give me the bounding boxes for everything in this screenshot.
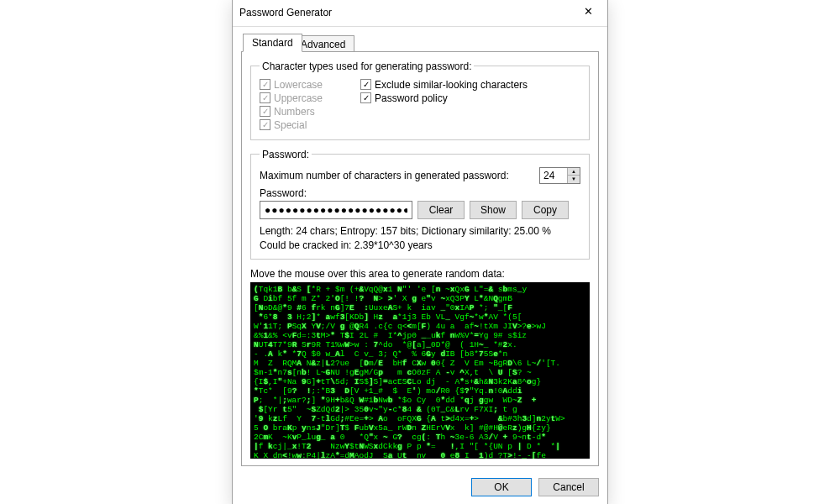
- check-icon: ✓: [360, 92, 371, 103]
- checkbox-uppercase-label: Uppercase: [274, 92, 323, 104]
- dialog-footer: OK Cancel: [233, 471, 607, 504]
- spinner-down-icon[interactable]: ▼: [568, 176, 580, 183]
- checkbox-lowercase-label: Lowercase: [274, 79, 323, 91]
- password-group: Password: Maximum number of characters i…: [250, 149, 590, 260]
- checkbox-numbers[interactable]: ✓ Numbers: [260, 106, 360, 118]
- check-icon: ✓: [260, 106, 270, 117]
- character-types-legend: Character types used for generating pass…: [260, 60, 474, 72]
- checkbox-password-policy-label: Password policy: [375, 92, 448, 104]
- check-icon: ✓: [260, 92, 270, 103]
- stats-line-2: Could be cracked in: 2.39*10^30 years: [260, 239, 580, 253]
- check-icon: ✓: [260, 79, 270, 90]
- character-types-group: Character types used for generating pass…: [250, 60, 590, 140]
- copy-button[interactable]: Copy: [522, 201, 569, 219]
- max-chars-spinner[interactable]: ▲ ▼: [539, 167, 580, 184]
- random-data-area[interactable]: (Tqk1B b&S [*R + $m (+&VqQ@x1 N"' 'e [n …: [250, 282, 590, 459]
- password-stats: Length: 24 chars; Entropy: 157 bits; Dic…: [260, 224, 580, 253]
- stats-line-1: Length: 24 chars; Entropy: 157 bits; Dic…: [260, 224, 580, 239]
- dialog-body: Standard Advanced Character types used f…: [233, 27, 607, 472]
- password-label: Password:: [260, 187, 580, 199]
- tab-standard[interactable]: Standard: [243, 34, 302, 52]
- spinner-up-icon[interactable]: ▲: [568, 168, 580, 176]
- check-icon: ✓: [260, 119, 270, 130]
- checkbox-special[interactable]: ✓ Special: [260, 119, 360, 131]
- checkbox-lowercase[interactable]: ✓ Lowercase: [260, 79, 360, 91]
- random-area-label: Move the mouse over this area to generat…: [250, 268, 590, 280]
- check-icon: ✓: [360, 79, 371, 90]
- titlebar: Password Generator ✕: [233, 0, 607, 27]
- max-chars-input[interactable]: [540, 168, 567, 183]
- show-button[interactable]: Show: [470, 201, 517, 219]
- checkbox-password-policy[interactable]: ✓ Password policy: [360, 92, 580, 104]
- checkbox-special-label: Special: [274, 119, 307, 131]
- checkbox-uppercase[interactable]: ✓ Uppercase: [260, 92, 360, 104]
- clear-button[interactable]: Clear: [417, 201, 465, 219]
- tab-panel-standard: Character types used for generating pass…: [241, 51, 599, 467]
- tabs: Standard Advanced: [241, 34, 599, 52]
- max-chars-label: Maximum number of characters in generate…: [260, 170, 509, 181]
- ok-button[interactable]: OK: [471, 478, 532, 496]
- close-button[interactable]: ✕: [575, 4, 601, 21]
- password-field[interactable]: [260, 201, 412, 219]
- window-title: Password Generator: [239, 7, 332, 18]
- password-legend: Password:: [260, 149, 312, 160]
- checkbox-numbers-label: Numbers: [274, 106, 315, 118]
- password-generator-dialog: Password Generator ✕ Standard Advanced C…: [232, 0, 608, 504]
- checkbox-exclude-similar[interactable]: ✓ Exclude similar-looking characters: [360, 79, 580, 91]
- checkbox-exclude-similar-label: Exclude similar-looking characters: [375, 79, 528, 91]
- cancel-button[interactable]: Cancel: [538, 478, 599, 496]
